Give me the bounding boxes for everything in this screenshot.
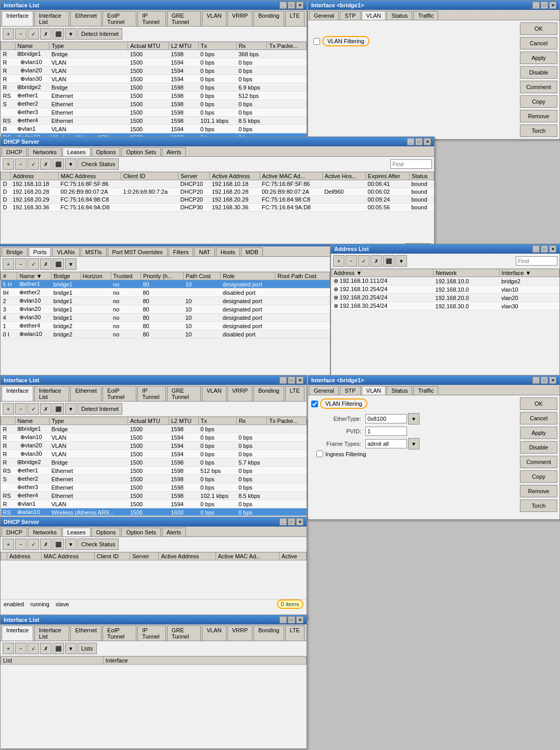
filter-btn-mid[interactable]: ▼ <box>65 403 77 415</box>
table-row[interactable]: R ⊕vlan20VLAN150015940 bps0 bps <box>1 442 307 450</box>
table-row[interactable]: R⊕vlan1VLAN150015940 bps0 bps <box>1 125 307 133</box>
dhcp-maximize-mid[interactable]: □ <box>288 518 295 526</box>
dhcp-disable-mid[interactable]: ✗ <box>40 539 52 550</box>
tab-leases-top[interactable]: Leases <box>62 147 90 156</box>
table-row[interactable]: D192.168.30.36FC:75:16:84:9A:D8DHCP30192… <box>1 204 434 211</box>
tab-ethernet-top[interactable]: Ethernet <box>70 11 101 26</box>
tab-interface-list-bottom[interactable]: Interface List <box>34 626 70 641</box>
dhcp-filter-top[interactable]: ▼ <box>65 158 77 170</box>
addr-filter[interactable]: ▼ <box>396 255 407 267</box>
bridge1-minimize-top[interactable]: _ <box>532 2 540 9</box>
addr-comment[interactable]: ⬛ <box>383 255 394 267</box>
dhcp-filter-mid[interactable]: ▼ <box>65 539 77 550</box>
table-row[interactable]: S⊕ether2Ethernet150015980 bps0 bps <box>1 475 307 483</box>
ingress-filtering-checkbox[interactable] <box>316 451 323 457</box>
tab-traffic-bridge1-mid[interactable]: Traffic <box>413 386 438 395</box>
tab-interface-list-mid[interactable]: Interface List <box>34 386 70 401</box>
ports-enable[interactable]: ✓ <box>28 258 39 270</box>
pvid-input[interactable] <box>365 427 407 436</box>
tab-eoip-bottom[interactable]: EoIP Tunnel <box>103 626 136 641</box>
remove-btn-top[interactable]: − <box>15 28 27 40</box>
filter-btn-top[interactable]: ▼ <box>65 28 77 40</box>
ports-disable[interactable]: ✗ <box>40 258 52 270</box>
detect-internet-btn-mid[interactable]: Detect Internet <box>78 403 122 415</box>
tab-iptunnel-mid[interactable]: IP Tunnel <box>137 386 166 401</box>
table-row[interactable]: R⊞bridge1Bridge150015980 bps <box>1 425 307 433</box>
add-btn-top[interactable]: + <box>3 28 14 40</box>
remove-btn-bridge1-top[interactable]: Remove <box>520 110 557 122</box>
tab-iptunnel-bottom[interactable]: IP Tunnel <box>137 626 166 641</box>
copy-btn-bridge1-mid[interactable]: Copy <box>520 470 557 483</box>
table-row[interactable]: 4⊕vlan30bridge1no8010designated port <box>1 314 330 322</box>
minimize-btn-top[interactable]: _ <box>279 2 287 9</box>
close-btn-bottom[interactable]: ✕ <box>296 616 303 623</box>
tab-vlans[interactable]: VLANs <box>52 247 79 256</box>
maximize-btn-top[interactable]: □ <box>288 2 295 9</box>
ether-type-input[interactable] <box>365 414 407 423</box>
tab-alerts-mid[interactable]: Alerts <box>162 528 186 536</box>
remove-btn-bridge1-mid[interactable]: Remove <box>520 485 557 497</box>
table-row[interactable]: 1⊕ether4bridge2no8010designated port <box>1 322 330 330</box>
tab-interface-list-top[interactable]: Interface List <box>34 11 70 26</box>
table-row[interactable]: ⊕ether3Ethernet150015980 bps0 bps <box>1 483 307 492</box>
table-row[interactable]: R ⊕vlan10VLAN150015940 bps0 bps <box>1 58 307 67</box>
add-btn-bottom[interactable]: + <box>3 643 14 654</box>
table-row[interactable]: 3⊕vlan20bridge1no8010designated port <box>1 305 330 314</box>
copy-btn-bridge1-top[interactable]: Copy <box>520 95 557 108</box>
dhcp-minimize-mid[interactable]: _ <box>279 518 287 526</box>
filter-btn-bottom[interactable]: ▼ <box>65 643 77 654</box>
table-row[interactable]: 5 H⊞ether1bridge1no8010designated port <box>1 280 330 289</box>
tab-iptunnel-top[interactable]: IP Tunnel <box>137 11 166 26</box>
tab-options-mid[interactable]: Options <box>92 528 121 536</box>
cancel-btn-bridge1-top[interactable]: Cancel <box>520 37 557 49</box>
comment-btn-top[interactable]: ⬛ <box>53 28 64 40</box>
address-minimize[interactable]: _ <box>532 245 540 253</box>
tab-dhcp-mid[interactable]: DHCP <box>2 528 27 536</box>
ports-filter[interactable]: ▼ <box>65 258 77 270</box>
detect-internet-btn-top[interactable]: Detect Internet <box>78 28 122 40</box>
tab-port-mst[interactable]: Port MST Overrides <box>108 247 168 256</box>
vlan-filtering-checkbox-mid[interactable] <box>311 401 318 407</box>
apply-btn-bridge1-top[interactable]: Apply <box>520 52 557 64</box>
disable-btn-bottom[interactable]: ✗ <box>40 643 52 654</box>
tab-gre-top[interactable]: GRE Tunnel <box>167 11 201 26</box>
bridge1-close-top[interactable]: ✕ <box>549 2 556 9</box>
tab-general-bridge1-mid[interactable]: General <box>309 386 339 395</box>
dhcp-comment-mid[interactable]: ⬛ <box>53 539 64 550</box>
disable-btn-bridge1-top[interactable]: Disable <box>520 66 557 79</box>
dhcp-maximize-top[interactable]: □ <box>415 138 423 145</box>
address-close[interactable]: ✕ <box>549 245 556 253</box>
frame-types-dropdown[interactable]: ▼ <box>408 438 419 449</box>
tab-lte-top[interactable]: LTE <box>285 11 304 26</box>
tab-vrrp-top[interactable]: VRRP <box>227 11 253 26</box>
dhcp-remove-top[interactable]: − <box>15 158 27 170</box>
maximize-btn-bottom[interactable]: □ <box>288 616 295 623</box>
tab-interface-bottom[interactable]: Interface <box>2 626 33 641</box>
tab-networks-top[interactable]: Networks <box>28 147 61 156</box>
table-row[interactable]: R ⊕vlan30VLAN150015940 bps0 bps <box>1 75 307 83</box>
tab-vlan-bottom[interactable]: VLAN <box>202 626 226 641</box>
minimize-btn-mid[interactable]: _ <box>279 377 287 384</box>
tab-option-sets-mid[interactable]: Option Sets <box>121 528 160 536</box>
dhcp-minimize-top[interactable]: _ <box>407 138 414 145</box>
close-btn-top[interactable]: ✕ <box>296 2 303 9</box>
tab-ethernet-mid[interactable]: Ethernet <box>70 386 101 401</box>
remove-btn-bottom[interactable]: − <box>15 643 27 654</box>
tab-vrrp-mid[interactable]: VRRP <box>227 386 253 401</box>
add-btn-mid[interactable]: + <box>3 403 14 415</box>
tab-stp-bridge1-top[interactable]: STP <box>340 11 360 20</box>
table-row[interactable]: ⊕ 192.168.10.111/24192.168.10.0bridge2 <box>332 277 559 285</box>
dhcp-enable-mid[interactable]: ✓ <box>28 539 39 550</box>
table-row[interactable]: D192.168.10.18FC:75:16:8F:5F:86DHCP10192… <box>1 180 434 188</box>
apply-btn-bridge1-mid[interactable]: Apply <box>520 427 557 439</box>
table-row[interactable]: RS⊕ether4Ethernet15001598101.1 kbps8.5 k… <box>1 117 307 125</box>
bridge1-maximize-top[interactable]: □ <box>541 2 548 9</box>
vlan-filtering-checkbox-top[interactable] <box>313 38 320 45</box>
tab-status-bridge1-mid[interactable]: Status <box>387 386 412 395</box>
table-row[interactable]: RS⊕ether4Ethernet15001598102.1 kbps8.5 k… <box>1 492 307 500</box>
tab-bonding-top[interactable]: Bonding <box>253 11 284 26</box>
enable-btn-mid[interactable]: ✓ <box>28 403 39 415</box>
comment-btn-bridge1-top[interactable]: Comment <box>520 81 557 93</box>
tab-ethernet-bottom[interactable]: Ethernet <box>70 626 101 641</box>
ports-remove[interactable]: − <box>15 258 27 270</box>
